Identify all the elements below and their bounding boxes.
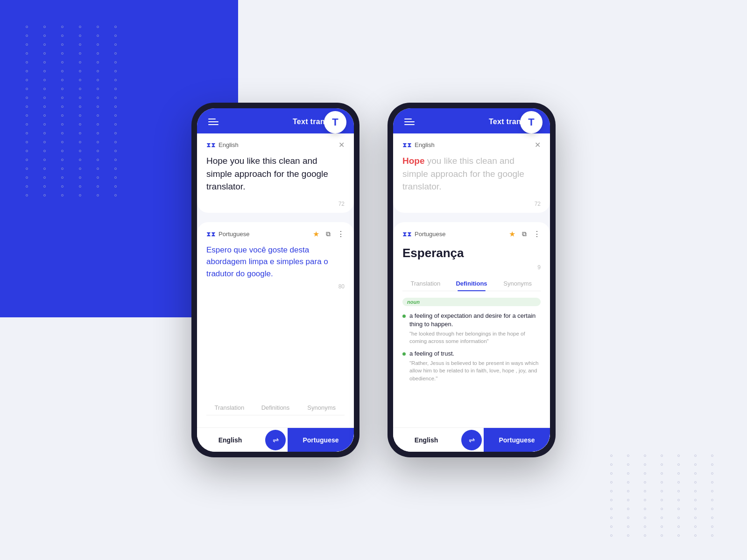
phone2-copy-icon[interactable]: ⧉ [522,230,527,238]
target-lang-btn[interactable]: Portuguese [288,428,354,452]
source-lang-text: English [218,141,239,148]
phone2-trans-lang-label: ⧗⧗ Portuguese [402,230,446,238]
dot-pattern-right [610,455,721,537]
phone2-trans-lang-row: ⧗⧗ Portuguese ★ ⧉ ⋮ [402,230,541,238]
phone2-translation-card: ⧗⧗ Portuguese ★ ⧉ ⋮ Esperança 9 Transla [393,222,550,427]
source-lang-label: ⧗⧗ English [206,141,239,149]
bottom-tabs-row: Translation Definitions Synonyms [206,400,345,415]
translated-word: Esperança [402,244,541,262]
def-text-2: a feeling of trust. [409,350,541,358]
phone2-close-button[interactable]: ✕ [535,141,541,149]
phone2-trans-char-count: 9 [402,264,541,271]
phone2-trans-sound-icon[interactable]: ⧗⧗ [402,230,412,238]
translation-card: ⧗⧗ Portuguese ★ ⧉ ⋮ Espero que você gost… [197,222,354,427]
noun-badge: noun [402,298,541,306]
phone2-target-lang-btn[interactable]: Portuguese [484,428,550,452]
definition-item-1: a feeling of expectation and desire for … [402,312,541,345]
phone2-tab-translation[interactable]: Translation [402,276,449,291]
phone2-source-char-count: 72 [402,201,541,207]
avatar[interactable]: T [324,111,346,133]
sound-icon[interactable]: ⧗⧗ [206,141,216,149]
phone2-tab-definitions[interactable]: Definitions [449,276,495,291]
phone-1-header: Text translate T [197,108,354,133]
source-text: Hope you like this clean and simple appr… [206,154,345,193]
phone2-trans-lang-text: Portuguese [415,231,446,238]
trans-sound-icon[interactable]: ⧗⧗ [206,230,216,238]
phone2-source-lang-text: English [415,141,435,148]
source-char-count: 72 [206,201,345,207]
phone2-cards-gap [393,213,550,217]
more-icon[interactable]: ⋮ [337,230,345,238]
highlighted-word: Hope [402,156,425,166]
cards-gap [197,213,354,217]
phone2-source-lang-btn[interactable]: English [393,428,459,452]
phone-1-content: ⧗⧗ English ✕ Hope you like this clean an… [197,133,354,452]
trans-lang-label: ⧗⧗ Portuguese [206,230,250,238]
phone2-more-icon[interactable]: ⋮ [533,230,541,238]
lang-switcher: English ⇌ Portuguese [197,427,354,452]
phone2-source-text: Hope you like this clean and simple appr… [402,154,541,193]
def-dot-1 [402,315,406,318]
tab-definitions[interactable]: Definitions [253,400,299,415]
phone-1-screen: Text translate T ⧗⧗ English ✕ Hope you l… [197,108,354,452]
phone2-source-lang-row: ⧗⧗ English ✕ [402,141,541,149]
trans-char-count: 80 [206,283,345,290]
phone2-tabs-row: Translation Definitions Synonyms [402,276,541,291]
star-icon[interactable]: ★ [313,230,319,238]
def-content-2: a feeling of trust. "Rather, Jesus is be… [409,350,541,382]
source-lang-row: ⧗⧗ English ✕ [206,141,345,149]
translation-text: Espero que você goste desta abordagem li… [206,244,345,280]
definition-item-2: a feeling of trust. "Rather, Jesus is be… [402,350,541,382]
def-quote-1: "he looked through her belongings in the… [409,330,541,345]
hamburger-menu-icon[interactable] [208,119,218,125]
phone-2: Text translate T ⧗⧗ English ✕ Hope you l… [388,103,556,457]
switch-arrows-icon: ⇌ [273,435,279,444]
phone2-source-card: ⧗⧗ English ✕ Hope you like this clean an… [393,133,550,213]
def-text-1: a feeling of expectation and desire for … [409,312,541,329]
dot-pattern-left [26,26,126,196]
switch-btn[interactable]: ⇌ [265,430,286,450]
def-dot-2 [402,352,406,356]
phone2-hamburger-icon[interactable] [404,119,415,125]
phone-2-screen: Text translate T ⧗⧗ English ✕ Hope you l… [393,108,550,452]
trans-lang-row: ⧗⧗ Portuguese ★ ⧉ ⋮ [206,230,345,238]
phone2-switch-arrows-icon: ⇌ [469,435,475,444]
phone2-source-lang-label: ⧗⧗ English [402,141,435,149]
tab-translation[interactable]: Translation [206,400,253,415]
phone2-tab-synonyms[interactable]: Synonyms [494,276,541,291]
def-content-1: a feeling of expectation and desire for … [409,312,541,345]
phone-2-header: Text translate T [393,108,550,133]
phone2-lang-switcher: English ⇌ Portuguese [393,427,550,452]
source-lang-btn[interactable]: English [197,428,263,452]
source-card: ⧗⧗ English ✕ Hope you like this clean an… [197,133,354,213]
phone2-switch-btn[interactable]: ⇌ [461,430,482,450]
phone-2-content: ⧗⧗ English ✕ Hope you like this clean an… [393,133,550,452]
phone2-trans-actions: ★ ⧉ ⋮ [509,230,541,238]
phone2-sound-icon[interactable]: ⧗⧗ [402,141,412,149]
copy-icon[interactable]: ⧉ [326,230,331,238]
def-quote-2: "Rather, Jesus is believed to be present… [409,359,541,382]
tab-synonyms[interactable]: Synonyms [298,400,345,415]
trans-lang-text: Portuguese [218,231,250,238]
phone2-star-icon[interactable]: ★ [509,230,515,238]
phone-1: Text translate T ⧗⧗ English ✕ Hope you l… [191,103,359,457]
phones-container: Text translate T ⧗⧗ English ✕ Hope you l… [191,103,556,457]
close-button[interactable]: ✕ [338,141,345,149]
phone2-avatar[interactable]: T [520,111,543,133]
trans-actions: ★ ⧉ ⋮ [313,230,345,238]
